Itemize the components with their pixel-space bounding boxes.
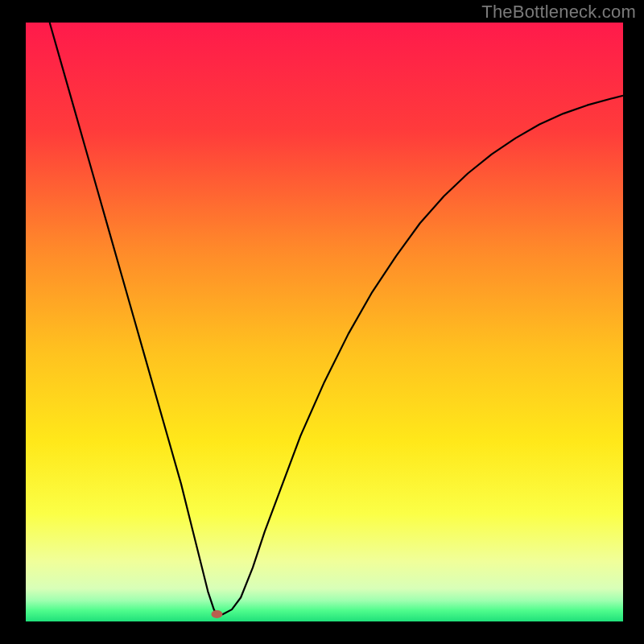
optimal-point-marker: [211, 610, 222, 618]
plot-background: [26, 23, 623, 621]
bottleneck-chart: [0, 0, 644, 644]
watermark-text: TheBottleneck.com: [481, 2, 636, 23]
chart-container: TheBottleneck.com: [0, 0, 644, 644]
